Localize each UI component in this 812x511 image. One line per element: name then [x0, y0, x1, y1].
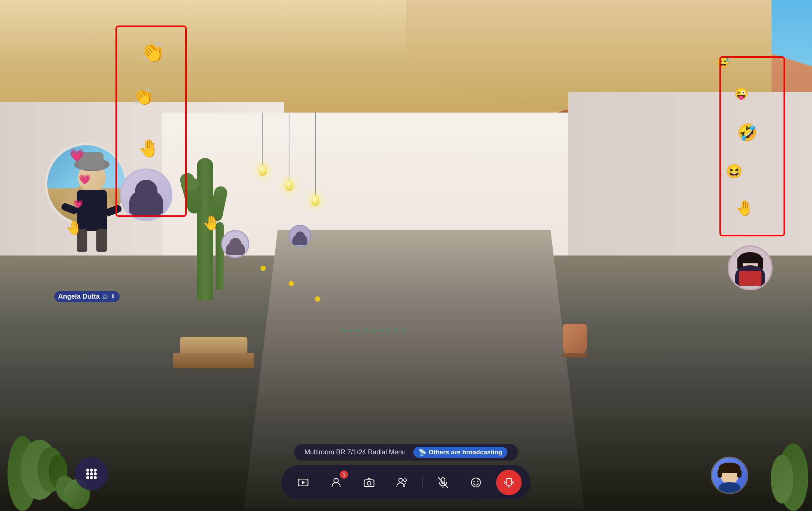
angela-name-text: Angela Dutta [58, 293, 100, 301]
svg-point-5 [94, 472, 97, 475]
hanging-light-2 [285, 113, 293, 191]
grid-menu-button[interactable] [75, 457, 108, 490]
plants-foreground-right [752, 398, 812, 511]
svg-point-4 [90, 472, 93, 475]
broadcast-icon-btn [503, 477, 515, 488]
plants-foreground-left [0, 342, 82, 511]
light-particle [289, 281, 294, 286]
toolbar-wrapper: Multiroom BR 7/1/24 Radial Menu 📡 Others… [282, 444, 531, 500]
toolbar-separator [422, 475, 423, 490]
grid-icon [84, 466, 99, 481]
main-toolbar: 1 [282, 465, 531, 500]
svg-point-16 [367, 481, 371, 485]
hanging-light-1 [259, 113, 267, 176]
group-button[interactable] [390, 470, 415, 495]
scene-background: Angela Dutta 🔊 🎙 👏 👏 [0, 0, 812, 511]
svg-point-17 [399, 478, 403, 482]
center-avatar [120, 168, 172, 221]
broadcast-badge[interactable]: 📡 Others are broadcasting [413, 447, 508, 458]
svg-point-18 [404, 479, 407, 482]
self-avatar[interactable] [711, 457, 748, 494]
svg-point-6 [86, 476, 89, 479]
broadcast-icon: 📡 [418, 448, 426, 456]
right-avatar [728, 245, 773, 290]
profile-button[interactable]: 1 [324, 470, 349, 495]
svg-point-24 [477, 481, 478, 482]
angela-avatar-figure [58, 164, 126, 257]
svg-line-29 [505, 482, 506, 484]
path-dots [341, 329, 409, 332]
mute-button[interactable] [430, 470, 456, 495]
svg-point-23 [473, 481, 475, 482]
broadcast-button[interactable] [496, 470, 522, 495]
film-icon [298, 477, 309, 488]
svg-point-1 [90, 469, 93, 472]
bg-avatar-1 [221, 230, 249, 258]
vase [563, 324, 587, 358]
hanging-light-3 [311, 113, 319, 206]
angela-mic-icon: 🎙 [111, 294, 116, 300]
svg-point-8 [94, 476, 97, 479]
svg-rect-25 [506, 478, 512, 485]
status-bar: Multiroom BR 7/1/24 Radial Menu 📡 Others… [294, 444, 518, 461]
film-button[interactable] [291, 470, 316, 495]
broadcast-status-text: Others are broadcasting [428, 449, 502, 456]
angela-nametag: Angela Dutta 🔊 🎙 [54, 291, 120, 302]
camera-button[interactable] [357, 470, 382, 495]
svg-point-3 [86, 472, 89, 475]
emoji-button[interactable] [463, 470, 489, 495]
profile-badge: 1 [340, 470, 348, 479]
camera-icon [364, 477, 375, 488]
group-icon [396, 477, 408, 488]
svg-point-2 [94, 469, 97, 472]
mute-icon [438, 477, 448, 488]
room-name: Multiroom BR 7/1/24 Radial Menu [304, 448, 406, 456]
emoji-icon [470, 477, 482, 488]
bg-avatar-2 [289, 225, 311, 247]
svg-rect-15 [364, 480, 374, 487]
svg-point-0 [86, 469, 89, 472]
light-particle [315, 296, 320, 302]
bench-base [173, 353, 254, 368]
angela-badge: 🔊 [102, 294, 108, 300]
svg-point-7 [90, 476, 93, 479]
profile-icon [331, 477, 342, 488]
svg-line-31 [512, 482, 514, 484]
